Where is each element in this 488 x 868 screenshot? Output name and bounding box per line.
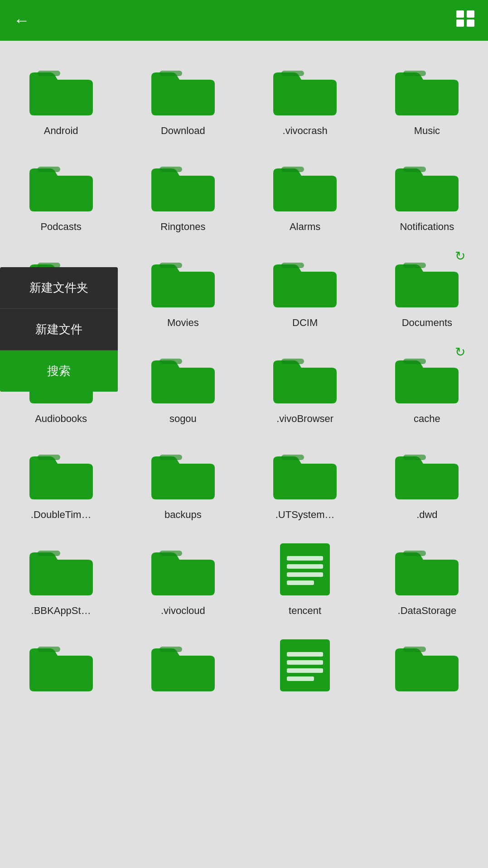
folder-label-ringtones: Ringtones: [160, 221, 205, 233]
folder-tencent[interactable]: tencent: [244, 530, 366, 626]
folder-music[interactable]: Music: [366, 50, 488, 146]
folder-label-notifications: Notifications: [400, 221, 454, 233]
svg-rect-38: [287, 676, 314, 681]
folder-label-bbkappst: .BBKAppSt…: [31, 605, 91, 617]
folder-label-android: Android: [44, 125, 78, 137]
svg-rect-18: [281, 359, 304, 364]
svg-rect-3: [467, 19, 474, 27]
svg-rect-8: [38, 167, 60, 172]
folder-label-datastorage: .DataStorage: [398, 605, 457, 617]
svg-rect-4: [38, 71, 60, 76]
folder-label-download: Download: [161, 125, 205, 137]
svg-rect-36: [287, 660, 323, 665]
back-button[interactable]: ←: [14, 11, 30, 30]
grid-view-button[interactable]: [456, 10, 474, 31]
folder-label-music: Music: [414, 125, 440, 137]
svg-rect-13: [159, 263, 182, 268]
folder-label-dcim: DCIM: [292, 317, 318, 329]
svg-rect-34: [280, 639, 330, 691]
folder-vivobrowser[interactable]: .vivoBrowser: [244, 338, 366, 434]
svg-rect-24: [38, 551, 60, 556]
folder-row7col2[interactable]: [122, 626, 244, 710]
context-new-file[interactable]: 新建文件: [0, 309, 118, 350]
folder-movies[interactable]: Movies: [122, 242, 244, 338]
folder-vivocrash[interactable]: .vivocrash: [244, 50, 366, 146]
svg-rect-25: [159, 551, 182, 556]
svg-rect-17: [159, 359, 182, 364]
svg-rect-28: [287, 564, 323, 569]
folder-sogou[interactable]: sogou: [122, 338, 244, 434]
folder-documents[interactable]: ↻ Documents: [366, 242, 488, 338]
folder-label-vivobrowser: .vivoBrowser: [276, 413, 333, 425]
svg-rect-29: [287, 572, 323, 577]
folder-utsystem[interactable]: .UTSystem…: [244, 434, 366, 530]
folder-doubletime[interactable]: .DoubleTim…: [0, 434, 122, 530]
folder-label-movies: Movies: [167, 317, 199, 329]
svg-rect-20: [38, 455, 60, 460]
svg-rect-32: [38, 647, 60, 652]
svg-rect-15: [403, 263, 426, 268]
folder-android[interactable]: Android: [0, 50, 122, 146]
svg-rect-10: [281, 167, 304, 172]
folder-backups[interactable]: backups: [122, 434, 244, 530]
folder-row7col4[interactable]: [366, 626, 488, 710]
svg-rect-11: [403, 167, 426, 172]
folder-label-dwd: .dwd: [416, 509, 437, 521]
svg-rect-21: [159, 455, 182, 460]
folder-row7col1[interactable]: [0, 626, 122, 710]
folder-label-audiobooks: Audiobooks: [35, 413, 87, 425]
folder-label-documents: Documents: [402, 317, 452, 329]
folder-label-sogou: sogou: [169, 413, 197, 425]
svg-rect-35: [287, 652, 323, 657]
folder-label-vivocrash: .vivocrash: [283, 125, 328, 137]
svg-rect-7: [403, 71, 426, 76]
svg-rect-2: [456, 19, 464, 27]
svg-rect-6: [281, 71, 304, 76]
folder-label-cache: cache: [414, 413, 440, 425]
folder-download[interactable]: Download: [122, 50, 244, 146]
svg-rect-31: [403, 551, 426, 556]
svg-rect-0: [456, 10, 464, 18]
svg-rect-1: [467, 10, 474, 18]
context-new-folder[interactable]: 新建文件夹: [0, 267, 118, 309]
folder-dcim[interactable]: DCIM: [244, 242, 366, 338]
context-menu: 新建文件夹 新建文件 搜索: [0, 267, 118, 392]
svg-rect-26: [280, 543, 330, 595]
folder-label-podcasts: Podcasts: [40, 221, 82, 233]
svg-rect-33: [159, 647, 182, 652]
svg-rect-37: [287, 668, 323, 673]
svg-rect-19: [403, 359, 426, 364]
folder-ringtones[interactable]: Ringtones: [122, 146, 244, 242]
svg-rect-5: [159, 71, 182, 76]
svg-rect-39: [403, 647, 426, 652]
folder-label-tencent: tencent: [289, 605, 321, 617]
folder-bbkappst[interactable]: .BBKAppSt…: [0, 530, 122, 626]
folder-label-vivocloud: .vivocloud: [161, 605, 205, 617]
svg-rect-9: [159, 167, 182, 172]
folder-datastorage[interactable]: .DataStorage: [366, 530, 488, 626]
folder-label-utsystem: .UTSystem…: [275, 509, 335, 521]
svg-rect-22: [281, 455, 304, 460]
folder-cache[interactable]: ↻ cache: [366, 338, 488, 434]
svg-rect-14: [281, 263, 304, 268]
folder-notifications[interactable]: Notifications: [366, 146, 488, 242]
folder-alarms[interactable]: Alarms: [244, 146, 366, 242]
refresh-icon: ↻: [455, 249, 465, 264]
folder-row7col3[interactable]: [244, 626, 366, 710]
folder-podcasts[interactable]: Podcasts: [0, 146, 122, 242]
folder-label-backups: backups: [164, 509, 202, 521]
folder-vivocloud[interactable]: .vivocloud: [122, 530, 244, 626]
svg-rect-27: [287, 556, 323, 561]
folder-dwd[interactable]: .dwd: [366, 434, 488, 530]
folder-label-doubletime: .DoubleTim…: [31, 509, 92, 521]
context-search[interactable]: 搜索: [0, 350, 118, 392]
folder-label-alarms: Alarms: [290, 221, 320, 233]
svg-rect-23: [403, 455, 426, 460]
svg-rect-30: [287, 580, 314, 585]
app-header: ←: [0, 0, 488, 41]
refresh-icon: ↻: [455, 345, 465, 360]
